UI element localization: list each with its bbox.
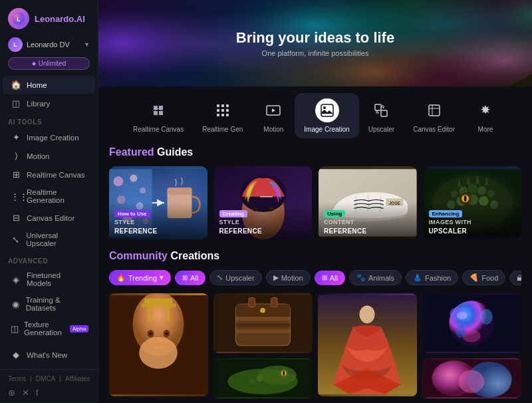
more-tool-icon — [473, 98, 497, 122]
tool-realtime-gen[interactable]: Realtime Gen — [193, 93, 252, 138]
tool-canvas-editor[interactable]: Canvas Editor — [404, 93, 464, 138]
svg-point-84 — [249, 379, 255, 384]
plan-badge: Unlimited — [8, 57, 90, 70]
guide-card-2[interactable]: Creating STYLE REFERENCE — [214, 166, 313, 239]
trending-icon: 🔥 — [116, 273, 126, 282]
guide-card-4[interactable]: Enhancing IMAGES WITH UPSCALER — [424, 166, 522, 239]
sidebar-item-canvas-editor[interactable]: ⊟ Canvas Editor — [3, 209, 95, 227]
filter-fashion[interactable]: 👗 Fashion — [406, 270, 458, 285]
grid-icon: ⊞ — [182, 274, 188, 281]
filter-upscaler[interactable]: ⤡ Upscaler — [209, 270, 261, 285]
svg-point-95 — [457, 312, 467, 320]
tool-upscaler[interactable]: Upscaler — [359, 93, 404, 138]
community-col-2 — [213, 293, 313, 398]
community-card-chameleon[interactable] — [213, 358, 313, 398]
svg-point-99 — [459, 370, 484, 394]
sidebar-item-label: What's New — [27, 351, 67, 359]
community-card-sphere[interactable] — [422, 293, 521, 353]
svg-point-77 — [260, 308, 265, 313]
sidebar-item-realtime-generation[interactable]: ⋮⋮ Realtime Generation — [3, 184, 95, 208]
guides-grid: How to Use STYLE REFERENCE — [109, 166, 521, 239]
featured-title-highlight: Featured — [109, 146, 154, 158]
svg-point-57 — [464, 196, 466, 202]
sidebar-item-texture-generation[interactable]: ◫ Texture Generation Alpha — [3, 317, 95, 340]
realtime-canvas-icon: ⊞ — [11, 170, 21, 180]
filter-label: All — [330, 274, 338, 282]
svg-point-67 — [166, 333, 168, 335]
sidebar-item-library[interactable]: ◫ Library — [3, 94, 95, 112]
filter-label: Food — [481, 274, 498, 282]
tool-image-creation[interactable]: Image Creation — [295, 93, 358, 138]
community-card-bag[interactable] — [213, 293, 313, 353]
community-card-dress[interactable] — [318, 293, 417, 396]
tool-realtime-canvas[interactable]: Realtime Canvas — [124, 93, 193, 138]
svg-rect-14 — [221, 114, 224, 116]
sidebar-item-training-datasets[interactable]: ◉ Training & Datasets — [3, 292, 95, 316]
realtime-canvas-tool-icon — [146, 98, 170, 122]
sidebar-item-premium-plans[interactable]: ♦ Premium Plans — [3, 364, 95, 369]
tool-motion[interactable]: Motion — [252, 93, 295, 138]
community-card-abstract-pink[interactable] — [422, 358, 521, 398]
footer-links: Terms | DMCA | Affiliates — [8, 375, 90, 382]
filter-food[interactable]: 🍕 Food — [462, 270, 505, 285]
sidebar-item-motion[interactable]: ⟩ Motion — [3, 147, 95, 165]
filter-all-1[interactable]: ⊞ All — [175, 271, 205, 285]
whats-new-icon: ◆ — [11, 350, 21, 360]
sidebar-item-whats-new[interactable]: ◆ What's New — [3, 346, 95, 364]
filter-label: Trending — [128, 274, 157, 282]
tool-label: Motion — [263, 126, 283, 133]
community-title: Community Creations — [109, 250, 521, 262]
svg-text:L: L — [17, 16, 21, 23]
svg-point-27 — [130, 175, 137, 182]
hero-title: Bring your ideas to life — [236, 29, 394, 47]
footer-social: ⊕ ✕ f — [8, 388, 90, 398]
affiliates-link[interactable]: Affiliates — [65, 375, 90, 382]
guide-tag-1: How to Use — [114, 210, 150, 217]
filter-animals[interactable]: 🐾 Animals — [349, 270, 402, 285]
sidebar-item-image-creation[interactable]: ✦ Image Creation — [3, 128, 95, 146]
svg-rect-17 — [321, 104, 333, 116]
filter-trending[interactable]: 🔥 Trending ▾ — [109, 270, 171, 285]
guide-card-1[interactable]: How to Use STYLE REFERENCE — [109, 166, 207, 239]
motion-filter-icon: ▶ — [273, 273, 279, 282]
svg-rect-72 — [249, 298, 255, 307]
sidebar-item-label: Texture Generation — [24, 321, 62, 336]
facebook-icon[interactable]: f — [36, 388, 39, 398]
sidebar-item-home[interactable]: 🏠 Home — [3, 76, 95, 94]
canvas-editor-tool-icon — [422, 98, 446, 122]
dmca-link[interactable]: DMCA — [36, 375, 55, 382]
guide-tag-3: Using — [324, 210, 345, 217]
home-icon: 🏠 — [11, 80, 21, 90]
svg-point-80 — [258, 366, 297, 385]
realtime-gen-icon: ⋮⋮ — [11, 192, 21, 202]
sidebar-item-finetuned-models[interactable]: ◈ Finetuned Models — [3, 267, 95, 291]
user-row[interactable]: L Leonardo DV ▼ — [0, 35, 98, 56]
tool-more[interactable]: More — [464, 93, 507, 138]
community-col-3 — [318, 293, 417, 398]
svg-point-86 — [265, 378, 270, 383]
terms-link[interactable]: Terms — [8, 375, 26, 382]
discord-icon[interactable]: ⊕ — [8, 388, 15, 398]
community-col-4 — [422, 293, 521, 398]
filter-landscapes[interactable]: 🏔 Landscapes — [509, 271, 521, 285]
library-icon: ◫ — [11, 98, 21, 108]
sidebar-item-realtime-canvas[interactable]: ⊞ Realtime Canvas — [3, 166, 95, 184]
community-section: Community Creations 🔥 Trending ▾ ⊞ All ⤡… — [98, 250, 532, 403]
image-creation-tool-icon — [315, 98, 339, 122]
svg-point-48 — [477, 186, 486, 195]
filter-motion[interactable]: ▶ Motion — [266, 270, 311, 285]
guide-card-3[interactable]: JOSE Using CONTENT REFERENCE — [319, 166, 417, 239]
community-card-portrait[interactable] — [109, 293, 208, 396]
tool-label: Canvas Editor — [413, 126, 455, 133]
filter-label: Upscaler — [225, 274, 254, 282]
svg-rect-13 — [217, 114, 219, 116]
svg-rect-9 — [226, 104, 229, 107]
sidebar-item-universal-upscaler[interactable]: ⤡ Universal Upscaler — [3, 227, 95, 251]
sidebar-item-label: Canvas Editor — [27, 214, 74, 222]
twitter-x-icon[interactable]: ✕ — [22, 388, 29, 398]
filter-all-2[interactable]: ⊞ All — [315, 271, 345, 285]
upscaler-filter-icon: ⤡ — [217, 273, 223, 282]
grid-icon-2: ⊞ — [322, 274, 327, 281]
svg-point-94 — [456, 325, 466, 338]
svg-rect-73 — [271, 298, 278, 307]
